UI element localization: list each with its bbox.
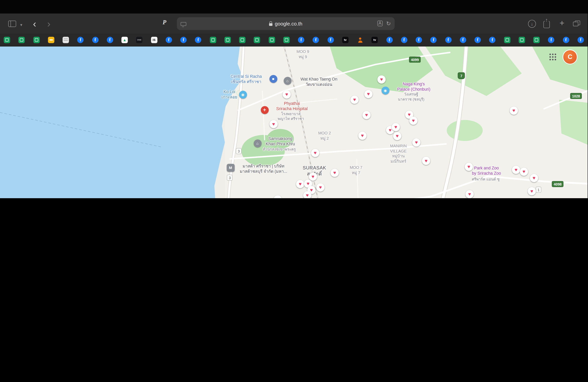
saved-place-heart-marker[interactable]: ♥	[393, 132, 401, 140]
saved-place-heart-marker[interactable]: ♥	[350, 95, 358, 104]
map-label: มาสด้า ศรีราชา | บริษัท มาสด้าชลบุรี จำก…	[240, 163, 287, 174]
map-label: โรงพยาบาล พญาไท ศรีราชา	[278, 111, 304, 121]
saved-place-heart-marker[interactable]: ♥	[358, 132, 367, 140]
saved-place-heart-marker[interactable]: ♥	[422, 157, 430, 165]
saved-place-heart-marker[interactable]: ♥	[412, 138, 420, 147]
saved-place-heart-marker[interactable]: ♥	[364, 90, 372, 98]
map-label: MOO 2 หมู่ 2	[318, 130, 331, 141]
saved-place-heart-marker[interactable]: ♥	[392, 123, 400, 131]
route-badge-4099: 4099	[409, 57, 421, 63]
route-badge-4098: 4098	[552, 181, 564, 187]
saved-place-heart-marker[interactable]: ♥	[465, 163, 473, 171]
saved-place-heart-marker[interactable]: ♥	[311, 149, 319, 157]
map-label: Naga King's Palace (Chonburi)	[397, 81, 430, 92]
shop-poi-icon[interactable]: ■	[269, 75, 277, 83]
map-label: MANIRIN VILLAGE หมู่บ้าน มณีรินทร์	[390, 144, 407, 164]
map-label: วังเศรษฐี นาคราช (ชลบุรี)	[398, 92, 424, 102]
map-label: Wat Khao Taeng On วัดเขาแตงอ่อน	[300, 76, 337, 87]
grid-dots	[549, 54, 551, 55]
saved-place-heart-marker[interactable]: ♥	[520, 168, 528, 176]
mazda-poi-icon[interactable]: M	[227, 164, 234, 171]
saved-place-heart-marker[interactable]: ♥	[512, 166, 520, 174]
saved-place-heart-marker[interactable]: ♥	[530, 174, 538, 182]
saved-place-heart-marker[interactable]: ♥	[378, 75, 386, 84]
hosp-poi-icon[interactable]: +	[261, 106, 268, 114]
cam-poi-icon[interactable]: ◉	[381, 86, 389, 94]
map-label: Park and Zoo by Sriracha Zoo	[472, 165, 501, 176]
map-overlay: FazWaz › C Layers ⌖ + − Google Map data …	[0, 0, 588, 198]
map-label: MOO 9 หมู่ 9	[296, 49, 309, 60]
cam-poi-icon[interactable]: ◉	[239, 90, 247, 98]
map-label: Central Si Racha เซ็นทรัล ศรีราชา	[231, 74, 262, 85]
map-label: Ko Loi เกาะลอย	[221, 89, 237, 100]
route-badge-7: 7	[458, 72, 465, 79]
account-avatar[interactable]: C	[563, 50, 577, 64]
saved-place-heart-marker[interactable]: ♥	[409, 117, 418, 125]
saved-place-heart-marker[interactable]: ♥	[273, 195, 282, 198]
map-label: Phyathai Sriracha Hospital	[276, 101, 308, 111]
saved-place-heart-marker[interactable]: ♥	[528, 187, 536, 195]
saved-place-heart-marker[interactable]: ♥	[316, 183, 325, 191]
saved-place-heart-marker[interactable]: ♥	[331, 169, 339, 177]
map-label: Samnaksong Khao Phra Khru	[266, 136, 295, 147]
gray-poi-icon[interactable]: ⌂	[284, 77, 291, 85]
saved-place-heart-marker[interactable]: ♥	[270, 120, 278, 128]
route-badge-1028: 1028	[570, 93, 582, 99]
google-apps-grid-icon[interactable]	[549, 54, 556, 61]
saved-place-heart-marker[interactable]: ♥	[362, 111, 371, 119]
route-badge-3: 3	[236, 148, 242, 154]
saved-place-heart-marker[interactable]: ♥	[283, 90, 291, 98]
route-badge-1: 1	[536, 187, 541, 193]
saved-place-heart-marker[interactable]: ♥	[465, 190, 474, 198]
map-label: MOO 7 หมู่ 7	[350, 165, 362, 175]
saved-place-heart-marker[interactable]: ♥	[510, 106, 518, 115]
map-label: สำนักสงฆ์เขาพระครู	[263, 147, 296, 152]
safari-window: ▾ ‹ › P google.co.th A ↻ ↓ ↑ +	[0, 0, 588, 198]
saved-place-heart-marker[interactable]: ♥	[309, 172, 317, 181]
map-label: ศรีพาร์ค แอนด์ ซู	[472, 177, 500, 182]
saved-place-heart-marker[interactable]: ♥	[296, 180, 304, 188]
route-badge-3: 3	[227, 175, 232, 181]
gray-poi-icon[interactable]: ⌂	[253, 139, 261, 147]
